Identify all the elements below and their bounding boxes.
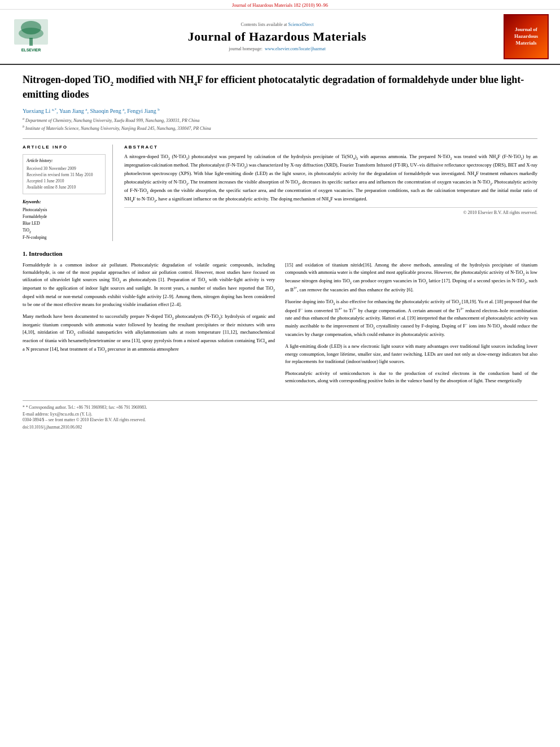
history-label: Article history: xyxy=(27,158,102,164)
keyword-4: TiO2 xyxy=(23,227,106,235)
article-history-box: Article history: Received 30 November 20… xyxy=(23,154,106,194)
intro-paragraph-5: A light-emitting diode (LED) is a new el… xyxy=(285,343,537,365)
article-info-abstract-section: ARTICLE INFO Article history: Received 3… xyxy=(23,138,537,241)
body-column-right: [15] and oxidation of titanium nitride[1… xyxy=(285,261,537,389)
body-two-columns: Formaldehyde is a common indoor air poll… xyxy=(23,261,537,389)
contents-available: Contents lists available at ScienceDirec… xyxy=(56,22,498,27)
accepted-date: Accepted 1 June 2010 xyxy=(27,178,102,184)
body-section: 1. Introduction Formaldehyde is a common… xyxy=(23,250,537,389)
section-1-header: 1. Introduction xyxy=(23,250,537,257)
intro-paragraph-1: Formaldehyde is a common indoor air poll… xyxy=(23,261,275,308)
body-column-left: Formaldehyde is a common indoor air poll… xyxy=(23,261,275,389)
keywords-section: Keywords: Photocatalysis Formaldehyde Bl… xyxy=(23,199,106,242)
sciencedirect-link[interactable]: ScienceDirect xyxy=(288,22,314,27)
keywords-label: Keywords: xyxy=(23,199,106,206)
journal-reference-text: Journal of Hazardous Materials 182 (2010… xyxy=(232,2,328,8)
article-info-heading: ARTICLE INFO xyxy=(23,145,106,150)
journal-title: Journal of Hazardous Materials xyxy=(56,29,498,44)
corresponding-author-note: * * Corresponding author. Tel.: +86 791 … xyxy=(23,404,537,417)
journal-center: Contents lists available at ScienceDirec… xyxy=(56,22,498,51)
keyword-1: Photocatalysis xyxy=(23,207,106,213)
homepage-line: journal homepage: www.elsevier.com/locat… xyxy=(56,46,498,51)
intro-paragraph-6: Photocatalytic activity of semiconductor… xyxy=(285,370,537,385)
svg-text:ELSEVIER: ELSEVIER xyxy=(21,48,41,52)
affiliations: a Department of Chemistry, Nanchang Univ… xyxy=(23,116,537,132)
journal-homepage-link[interactable]: www.elsevier.com/locate/jhazmat xyxy=(265,46,326,51)
intro-paragraph-4: Fluorine doping into TiO2 is also effect… xyxy=(285,298,537,338)
svg-point-3 xyxy=(19,28,43,39)
authors-line: Yuexiang Li a,*, Yuan Jiang a, Shaoqin P… xyxy=(23,107,537,114)
article-title: Nitrogen-doped TiO2 modified with NH4F f… xyxy=(23,73,537,102)
doi-line: doi:10.1016/j.jhazmat.2010.06.002 xyxy=(23,425,537,430)
abstract-column: ABSTRACT A nitrogen-doped TiO2 (N-TiO2) … xyxy=(124,145,537,241)
intro-paragraph-2: Many methods have been documented to suc… xyxy=(23,313,275,354)
revised-date: Received in revised form 31 May 2010 xyxy=(27,172,102,178)
journal-cover-image: Journal of Hazardous Materials xyxy=(504,14,549,59)
footer-section: * * Corresponding author. Tel.: +86 791 … xyxy=(23,400,537,430)
keyword-2: Formaldehyde xyxy=(23,213,106,220)
abstract-heading: ABSTRACT xyxy=(124,145,537,150)
svg-rect-4 xyxy=(29,38,33,46)
keyword-5: F-N-codoping xyxy=(23,234,106,241)
main-content: Nitrogen-doped TiO2 modified with NH4F f… xyxy=(0,65,560,441)
elsevier-logo: ELSEVIER xyxy=(11,16,51,57)
keyword-3: Blue LED xyxy=(23,220,106,227)
intro-paragraph-3: [15] and oxidation of titanium nitride[1… xyxy=(285,261,537,294)
abstract-text: A nitrogen-doped TiO2 (N-TiO2) photocata… xyxy=(124,153,537,204)
journal-reference-bar: Journal of Hazardous Materials 182 (2010… xyxy=(0,0,560,10)
journal-header: ELSEVIER Contents lists available at Sci… xyxy=(0,10,560,65)
available-date: Available online 8 June 2010 xyxy=(27,184,102,190)
copyright-notice: © 2010 Elsevier B.V. All rights reserved… xyxy=(124,207,537,215)
article-info-column: ARTICLE INFO Article history: Received 3… xyxy=(23,145,113,241)
issn-line: 0304-3894/$ – see front matter © 2010 El… xyxy=(23,417,537,422)
received-date: Received 30 November 2009 xyxy=(27,165,102,172)
